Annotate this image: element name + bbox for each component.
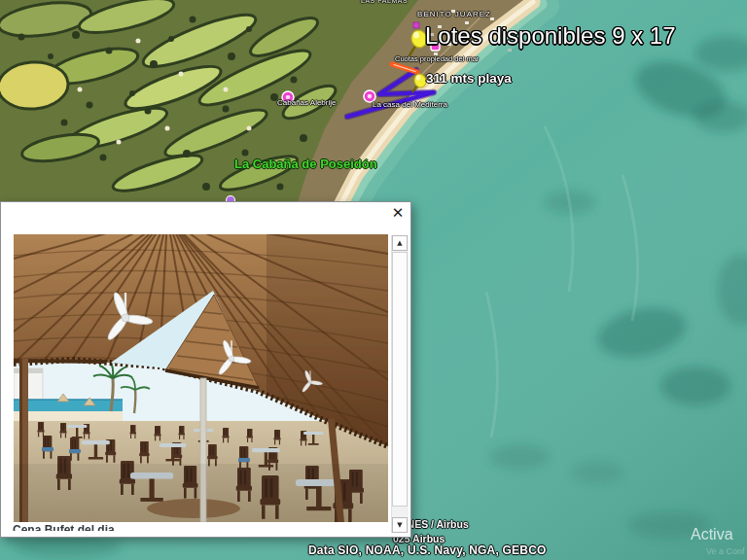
popup-scrollbar[interactable]: ▲ ▼: [391, 235, 409, 533]
town-label-benito-juarez: BENITO JUAREZ: [417, 11, 491, 18]
palapa-restaurant-photo: [14, 234, 388, 522]
town-label-las-palmas: LAS PALMAS: [361, 0, 408, 4]
attribution-data-providers: Data SIO, NOAA, U.S. Navy, NGA, GEBCO: [308, 543, 547, 557]
windows-activation-watermark-line2: Ve a Conf: [706, 546, 745, 556]
placemark-label-lotes[interactable]: Lotes disponibles 9 x 17: [425, 24, 676, 48]
close-icon[interactable]: ✕: [389, 204, 407, 222]
placemark-label-mediterra[interactable]: La casa del Mediterra: [373, 101, 447, 109]
scrollbar-thumb[interactable]: [392, 252, 408, 507]
popup-photo: [14, 234, 388, 522]
placemark-label-alebrije[interactable]: Cabañas Alebrije: [277, 99, 336, 107]
scroll-up-icon[interactable]: ▲: [392, 235, 408, 251]
photo-caption-clipped: Cena Bufet del dia: [13, 524, 207, 531]
placemark-label-poseidon[interactable]: La Cabaña de Poseidón: [234, 158, 377, 170]
placemark-label-311-mts[interactable]: 311 mts playa: [426, 72, 512, 86]
placemark-label-propiedad[interactable]: Cuotas propiedad del mar: [395, 55, 479, 63]
scroll-down-icon[interactable]: ▼: [392, 517, 408, 533]
photo-popup: ✕: [0, 201, 411, 538]
google-earth-window: LAS PALMAS BENITO JUAREZ Lotes disponibl…: [0, 0, 747, 560]
windows-activation-watermark: Activa: [691, 526, 733, 543]
pink-square-marker[interactable]: [413, 22, 419, 28]
